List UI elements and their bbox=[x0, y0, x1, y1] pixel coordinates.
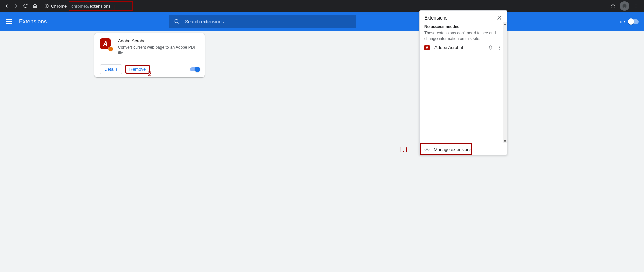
url-label: Chrome bbox=[51, 4, 67, 9]
page-title: Extensions bbox=[19, 18, 47, 25]
annotation-1-1: 1.1 bbox=[399, 145, 408, 154]
address-bar[interactable]: Chrome chrome://extensions bbox=[42, 1, 133, 11]
hamburger-menu-icon[interactable] bbox=[5, 17, 13, 26]
dev-mode-label: de bbox=[620, 19, 625, 24]
extension-enable-toggle[interactable] bbox=[190, 67, 199, 71]
reload-button[interactable] bbox=[21, 1, 30, 11]
extensions-puzzle-button[interactable] bbox=[620, 1, 629, 11]
extensions-header: Extensions Search extensions de bbox=[0, 12, 644, 31]
svg-point-3 bbox=[636, 6, 636, 6]
popup-no-access-heading: No access needed bbox=[424, 24, 502, 29]
popup-footer: Manage extensions bbox=[420, 144, 507, 155]
details-button[interactable]: Details bbox=[100, 64, 122, 74]
chrome-menu-button[interactable] bbox=[631, 1, 641, 11]
extensions-popup: Extensions No access needed These extens… bbox=[419, 10, 507, 155]
svg-point-6 bbox=[499, 46, 500, 46]
chrome-logo-icon bbox=[44, 4, 49, 8]
popup-item-name: Adobe Acrobat bbox=[434, 45, 485, 50]
developer-mode-control: de bbox=[620, 19, 639, 24]
manage-extensions-label: Manage extensions bbox=[434, 147, 472, 152]
search-placeholder: Search extensions bbox=[185, 19, 224, 24]
popup-extension-item[interactable]: A Adobe Acrobat bbox=[420, 42, 507, 54]
pin-icon[interactable] bbox=[488, 45, 494, 50]
close-icon[interactable] bbox=[496, 15, 502, 21]
svg-point-5 bbox=[175, 19, 178, 23]
popup-access-text: These extensions don't need to see and c… bbox=[424, 30, 502, 42]
svg-point-4 bbox=[636, 7, 636, 8]
svg-point-7 bbox=[499, 47, 500, 48]
annotation-2: 2 bbox=[148, 69, 152, 78]
extension-description: Convert current web page to an Adobe PDF… bbox=[118, 45, 199, 56]
forward-button[interactable] bbox=[11, 1, 21, 11]
svg-point-8 bbox=[499, 49, 500, 49]
popup-scrollbar[interactable] bbox=[503, 22, 507, 143]
gear-icon bbox=[424, 147, 430, 152]
url-scheme: chrome:// bbox=[71, 4, 89, 9]
search-extensions-input[interactable]: Search extensions bbox=[169, 15, 356, 28]
svg-point-9 bbox=[426, 149, 428, 150]
svg-point-2 bbox=[636, 4, 636, 5]
url-path: extensions bbox=[89, 4, 110, 9]
annotation-1: 1 bbox=[113, 3, 117, 12]
back-button[interactable] bbox=[2, 1, 11, 11]
search-icon bbox=[174, 18, 180, 25]
remove-button[interactable]: Remove bbox=[125, 65, 150, 74]
manage-extensions-button[interactable]: Manage extensions bbox=[420, 144, 507, 155]
acrobat-icon: A bbox=[100, 38, 112, 50]
url-highlight-annotation: chrome://extensions bbox=[69, 1, 132, 11]
browser-toolbar: Chrome chrome://extensions bbox=[0, 0, 644, 12]
svg-point-1 bbox=[46, 5, 47, 7]
more-icon[interactable] bbox=[497, 45, 502, 50]
developer-mode-toggle[interactable] bbox=[629, 19, 639, 24]
acrobat-mini-icon: A bbox=[424, 45, 430, 50]
home-button[interactable] bbox=[30, 1, 40, 11]
extension-name: Adobe Acrobat bbox=[118, 38, 199, 43]
bookmark-star-button[interactable] bbox=[608, 1, 618, 11]
popup-title: Extensions bbox=[424, 15, 447, 21]
